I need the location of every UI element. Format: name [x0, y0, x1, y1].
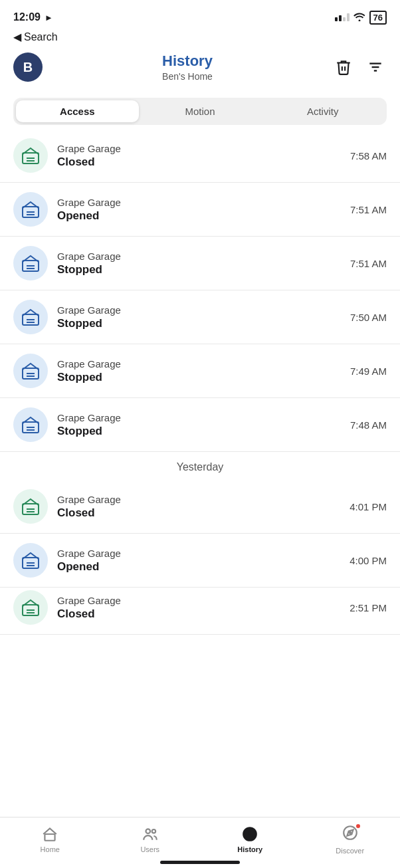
- status-bar: 12:09 ► 76: [0, 0, 400, 29]
- list-item: Grape Garage Closed 4:01 PM: [0, 480, 400, 534]
- wifi-icon: [353, 12, 365, 23]
- item-info: Grape Garage Stopped: [57, 412, 341, 438]
- item-name: Grape Garage: [57, 548, 340, 559]
- garage-icon: [13, 138, 48, 173]
- svg-point-31: [146, 829, 150, 833]
- item-status: Stopped: [57, 425, 341, 438]
- tab-motion[interactable]: Motion: [139, 100, 262, 122]
- page-subtitle: Ben's Home: [162, 71, 213, 82]
- item-info: Grape Garage Opened: [57, 197, 341, 223]
- item-info: Grape Garage Stopped: [57, 304, 341, 330]
- nav-home-label: Home: [41, 845, 60, 853]
- nav-users[interactable]: Users: [127, 825, 173, 853]
- location-icon: ►: [45, 13, 53, 23]
- status-time: 12:09 ►: [13, 11, 53, 23]
- garage-icon: [13, 489, 48, 524]
- filter-button[interactable]: [364, 56, 387, 78]
- item-time: 7:48 AM: [350, 419, 387, 431]
- back-nav[interactable]: ◀ Search: [0, 29, 400, 47]
- item-info: Grape Garage Closed: [57, 595, 340, 621]
- section-header-yesterday: Yesterday: [0, 452, 400, 480]
- item-name: Grape Garage: [57, 595, 340, 606]
- nav-history[interactable]: History: [227, 825, 273, 853]
- list-item: Grape Garage Opened 4:00 PM: [0, 534, 400, 588]
- garage-icon: [13, 192, 48, 227]
- item-status: Stopped: [57, 317, 341, 330]
- garage-icon: [13, 246, 48, 280]
- item-name: Grape Garage: [57, 197, 341, 208]
- item-info: Grape Garage Stopped: [57, 251, 341, 276]
- list-item: Grape Garage Opened 7:51 AM: [0, 183, 400, 237]
- item-name: Grape Garage: [57, 143, 341, 154]
- item-time: 7:58 AM: [350, 150, 387, 162]
- item-info: Grape Garage Closed: [57, 143, 341, 169]
- item-name: Grape Garage: [57, 494, 340, 505]
- header: B History Ben's Home: [0, 47, 400, 92]
- garage-icon: [13, 590, 48, 625]
- item-info: Grape Garage Opened: [57, 548, 340, 574]
- tab-access[interactable]: Access: [16, 100, 139, 122]
- item-status: Closed: [57, 506, 340, 520]
- item-status: Stopped: [57, 263, 341, 276]
- svg-point-35: [350, 832, 351, 833]
- list-item: Grape Garage Stopped 7:48 AM: [0, 398, 400, 452]
- status-right: 76: [335, 11, 387, 25]
- item-time: 2:51 PM: [350, 602, 387, 613]
- item-status: Opened: [57, 209, 341, 223]
- item-time: 7:51 AM: [350, 204, 387, 215]
- nav-history-label: History: [237, 845, 262, 853]
- avatar[interactable]: B: [13, 53, 43, 82]
- item-time: 4:01 PM: [350, 501, 387, 512]
- item-time: 7:51 AM: [350, 258, 387, 269]
- item-time: 4:00 PM: [350, 555, 387, 566]
- garage-icon: [13, 543, 48, 578]
- svg-rect-30: [45, 834, 55, 841]
- signal-bars: [335, 13, 350, 21]
- nav-home[interactable]: Home: [27, 825, 73, 853]
- list-item: Grape Garage Closed 7:58 AM: [0, 136, 400, 183]
- list-item: Grape Garage Stopped 7:51 AM: [0, 237, 400, 290]
- back-button[interactable]: ◀ Search: [13, 31, 387, 43]
- item-name: Grape Garage: [57, 304, 341, 316]
- item-info: Grape Garage Closed: [57, 494, 340, 520]
- nav-discover-label: Discover: [336, 847, 364, 855]
- header-title-block: History Ben's Home: [162, 53, 213, 82]
- nav-users-label: Users: [140, 845, 159, 853]
- item-time: 7:50 AM: [350, 312, 387, 323]
- item-status: Opened: [57, 560, 340, 574]
- list-item: Grape Garage Stopped 7:50 AM: [0, 290, 400, 344]
- home-indicator: [160, 861, 240, 864]
- nav-discover[interactable]: Discover: [327, 824, 373, 855]
- page-title: History: [162, 53, 213, 70]
- item-name: Grape Garage: [57, 412, 341, 423]
- item-status: Stopped: [57, 371, 341, 384]
- garage-icon: [13, 300, 48, 334]
- battery-icon: 76: [369, 11, 387, 25]
- list-item: Grape Garage Closed 2:51 PM: [0, 588, 400, 635]
- item-status: Closed: [57, 607, 340, 621]
- svg-point-32: [151, 829, 155, 833]
- history-list: Grape Garage Closed 7:58 AM Grape Garage…: [0, 136, 400, 635]
- tabs: Access Motion Activity: [13, 98, 387, 125]
- garage-icon: [13, 354, 48, 388]
- tab-activity[interactable]: Activity: [261, 100, 384, 122]
- item-status: Closed: [57, 156, 341, 169]
- header-actions: [332, 56, 387, 78]
- item-name: Grape Garage: [57, 358, 341, 370]
- item-time: 7:49 AM: [350, 366, 387, 377]
- item-name: Grape Garage: [57, 251, 341, 262]
- tabs-container: Access Motion Activity: [0, 92, 400, 136]
- list-item: Grape Garage Stopped 7:49 AM: [0, 344, 400, 398]
- item-info: Grape Garage Stopped: [57, 358, 341, 384]
- garage-icon: [13, 407, 48, 442]
- delete-button[interactable]: [332, 56, 355, 78]
